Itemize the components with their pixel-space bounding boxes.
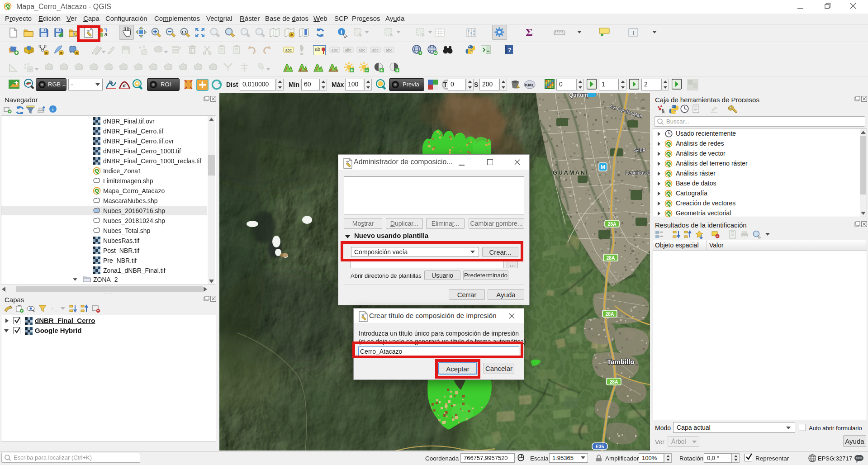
- svg-text:✱: ✱: [60, 51, 63, 55]
- svg-text:KML: KML: [525, 82, 535, 87]
- svg-text:S48F: S48F: [634, 147, 646, 153]
- svg-text:T: T: [631, 29, 635, 36]
- svg-text:σ: σ: [123, 83, 126, 88]
- svg-text:M: M: [601, 164, 605, 171]
- svg-text:?: ?: [508, 47, 512, 53]
- svg-text:abc: abc: [386, 48, 393, 52]
- svg-text:ε: ε: [52, 305, 54, 312]
- svg-text:Leonidas Dub: Leonidas Dub: [626, 170, 650, 176]
- svg-text:28A: 28A: [607, 221, 617, 227]
- svg-text:abc: abc: [372, 48, 379, 52]
- svg-text:✱: ✱: [75, 51, 78, 55]
- svg-text:✱: ✱: [290, 33, 294, 37]
- svg-text:28A: 28A: [606, 255, 615, 261]
- svg-text:abc: abc: [359, 48, 365, 52]
- svg-text:Σ: Σ: [526, 26, 533, 38]
- svg-text:abc: abc: [332, 48, 338, 52]
- svg-text:Tambillo: Tambillo: [607, 358, 635, 365]
- svg-text:28A: 28A: [605, 311, 614, 317]
- svg-text:GUAMANÍ: GUAMANÍ: [553, 169, 589, 176]
- svg-text:E35: E35: [596, 444, 604, 449]
- svg-text:28A: 28A: [609, 379, 618, 384]
- svg-text:✱: ✱: [45, 51, 48, 55]
- svg-text:,,: ,,: [55, 308, 57, 312]
- svg-text:abc: abc: [285, 48, 292, 52]
- svg-text:a: a: [104, 31, 108, 38]
- svg-text:i: i: [52, 107, 53, 112]
- svg-text:%: %: [109, 80, 113, 85]
